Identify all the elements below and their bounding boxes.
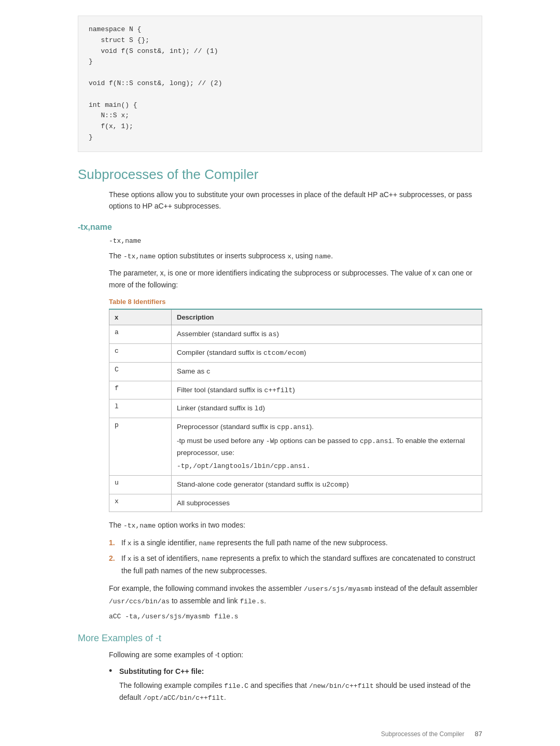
- page-container: namespace N { struct S {}; void f(S cons…: [47, 0, 513, 746]
- subsection-desc2: The parameter, x, is one or more identif…: [109, 267, 482, 291]
- table-cell-desc: Assembler (standard suffix is as): [172, 325, 482, 344]
- bullet-dot-1: •: [109, 666, 115, 677]
- table-cell-x: u: [109, 476, 172, 494]
- list-text-1: If x is a single identifier, name repres…: [121, 537, 388, 549]
- bullet-list: • Substituting for C++ file: The followi…: [109, 666, 482, 704]
- footer-page-number: 87: [475, 730, 482, 738]
- inline-code-newbin: /new/bin/c++filt: [309, 682, 374, 690]
- table-cell-desc: All subprocesses: [172, 494, 482, 512]
- example-command: aCC -ta,/users/sjs/myasmb file.s: [109, 613, 482, 620]
- table-row: lLinker (standard suffix is ld): [109, 399, 482, 418]
- footer-section-label: Subprocesses of the Compiler: [381, 730, 465, 738]
- inline-code-file: file.s: [240, 598, 264, 605]
- table-row: cCompiler (standard suffix is ctcom/ecom…: [109, 343, 482, 362]
- subsection-code: -tx,name: [109, 237, 482, 245]
- inline-code-tx2: -tx,name: [123, 522, 156, 530]
- table-row: aAssembler (standard suffix is as): [109, 325, 482, 344]
- bullet-bold-1: Substituting for C++ file:: [119, 666, 482, 677]
- after-table-intro: The -tx,name option works in two modes:: [109, 519, 482, 532]
- more-examples-title: More Examples of -t: [78, 633, 482, 644]
- page-footer: Subprocesses of the Compiler 87: [78, 725, 482, 738]
- list-num-2: 2.: [109, 552, 118, 576]
- col-header-x: x: [109, 309, 172, 325]
- inline-code-fileC: file.C: [224, 682, 248, 690]
- list-item-1: 1. If x is a single identifier, name rep…: [109, 537, 482, 549]
- subsection-title: -tx,name: [78, 223, 482, 232]
- table-cell-x: a: [109, 325, 172, 344]
- table-row: xAll subprocesses: [109, 494, 482, 512]
- section-intro: These options allow you to substitute yo…: [109, 189, 482, 212]
- list-num-1: 1.: [109, 537, 118, 549]
- bullet-item-1: • Substituting for C++ file: The followi…: [109, 666, 482, 704]
- table-cell-x: f: [109, 381, 172, 399]
- example-text: For example, the following command invok…: [109, 583, 482, 607]
- inline-code-optbin: /opt/aCC/bin/c++filt: [143, 694, 224, 702]
- table-cell-x: c: [109, 343, 172, 362]
- table-cell-x: p: [109, 418, 172, 476]
- inline-code-path2: /usr/ccs/bin/as: [109, 598, 170, 605]
- list-item-2: 2. If x is a set of identifiers, name re…: [109, 552, 482, 576]
- table-cell-x: x: [109, 494, 172, 512]
- inline-code-name2: name: [199, 540, 215, 547]
- modes-list: 1. If x is a single identifier, name rep…: [109, 537, 482, 576]
- table-cell-desc: Same as c: [172, 362, 482, 381]
- inline-code-tx: -tx,name: [123, 253, 156, 260]
- more-examples-intro: Following are some examples of -t option…: [109, 649, 482, 660]
- inline-code-path1: /users/sjs/myasmb: [304, 585, 373, 593]
- inline-code-x2: x: [128, 540, 132, 547]
- table-cell-desc: Stand-alone code generator (standard suf…: [172, 476, 482, 494]
- code-block-top: namespace N { struct S {}; void f(S cons…: [78, 16, 482, 152]
- inline-code-name: name: [315, 253, 331, 260]
- table-row: pPreprocessor (standard suffix is cpp.an…: [109, 418, 482, 476]
- table-title: Table 8 Identifiers: [109, 298, 482, 306]
- bullet-body-1: The following example compiles file.C an…: [119, 680, 482, 704]
- table-cell-desc: Filter tool (standard suffix is c++filt): [172, 381, 482, 399]
- table-cell-desc: Preprocessor (standard suffix is cpp.ans…: [172, 418, 482, 476]
- inline-code-x3: x: [128, 555, 132, 563]
- table-body: aAssembler (standard suffix is as)cCompi…: [109, 325, 482, 512]
- table-cell-x: l: [109, 399, 172, 418]
- list-text-2: If x is a set of identifiers, name repre…: [121, 552, 482, 576]
- subsection-desc1: The -tx,name option substitutes or inser…: [109, 250, 482, 263]
- identifiers-table: x Description aAssembler (standard suffi…: [109, 309, 482, 512]
- table-cell-desc: Compiler (standard suffix is ctcom/ecom): [172, 343, 482, 362]
- inline-code-x: x: [287, 253, 291, 260]
- table-row: uStand-alone code generator (standard su…: [109, 476, 482, 494]
- col-header-desc: Description: [172, 309, 482, 325]
- bullet-content-1: Substituting for C++ file: The following…: [119, 666, 482, 704]
- section-title: Subprocesses of the Compiler: [78, 167, 482, 183]
- table-row: fFilter tool (standard suffix is c++filt…: [109, 381, 482, 399]
- inline-code-name3: name: [202, 555, 218, 563]
- table-cell-x: C: [109, 362, 172, 381]
- table-header: x Description: [109, 309, 482, 325]
- table-row: CSame as c: [109, 362, 482, 381]
- table-cell-desc: Linker (standard suffix is ld): [172, 399, 482, 418]
